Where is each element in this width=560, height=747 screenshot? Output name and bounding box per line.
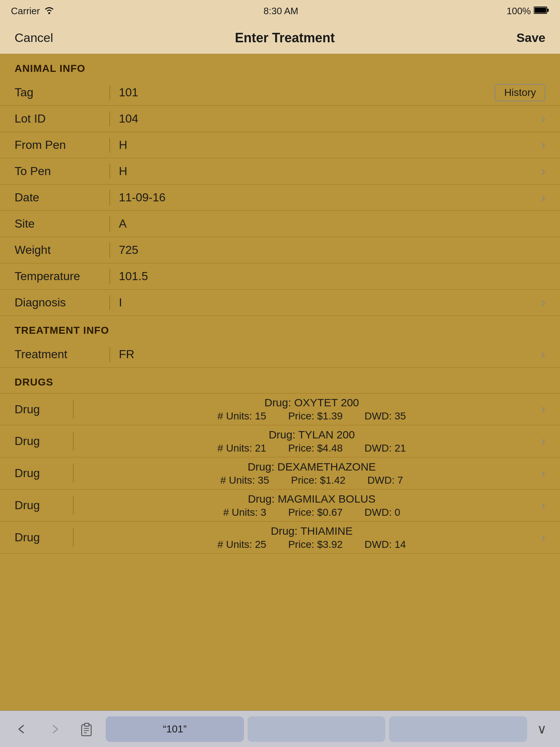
diagnosis-label: Diagnosis <box>15 296 109 309</box>
drug-label-3: Drug <box>15 467 73 480</box>
drug-details-1: Drug: OXYTET 200 # Units: 15 Price: $1.3… <box>82 396 541 422</box>
drug-dwd-2: DWD: 21 <box>365 442 406 454</box>
site-row[interactable]: Site A <box>0 211 560 237</box>
battery-icon <box>534 5 549 17</box>
nav-bar: Cancel Enter Treatment Save <box>0 22 560 54</box>
drug-name-3: Drug: DEXAMETHAZONE <box>248 461 376 473</box>
history-button[interactable]: History <box>495 84 545 101</box>
lot-id-chevron: › <box>541 111 545 127</box>
drug-details-3: Drug: DEXAMETHAZONE # Units: 35 Price: $… <box>82 461 541 486</box>
drug-row-2[interactable]: Drug Drug: TYLAN 200 # Units: 21 Price: … <box>0 425 560 457</box>
from-pen-separator <box>109 138 110 153</box>
diagnosis-row[interactable]: Diagnosis I › <box>0 290 560 316</box>
from-pen-label: From Pen <box>15 138 109 152</box>
main-content: ANIMAL INFO Tag 101 History Lot ID 104 ›… <box>0 54 560 711</box>
tag-value: 101 <box>119 86 495 99</box>
drug-name-5: Drug: THIAMINE <box>271 525 353 537</box>
temperature-label: Temperature <box>15 270 109 283</box>
status-bar: Carrier 8:30 AM 100% <box>0 0 560 22</box>
back-button[interactable] <box>7 716 36 742</box>
drug-row-3[interactable]: Drug Drug: DEXAMETHAZONE # Units: 35 Pri… <box>0 457 560 489</box>
input-text-btn-2[interactable] <box>248 716 386 742</box>
temperature-value: 101.5 <box>119 270 545 283</box>
save-button[interactable]: Save <box>517 31 545 45</box>
temperature-separator <box>109 269 110 284</box>
drug-info-row-4: # Units: 3 Price: $0.67 DWD: 0 <box>223 507 400 518</box>
svg-rect-5 <box>85 723 89 726</box>
date-separator <box>109 190 110 205</box>
tag-row[interactable]: Tag 101 History <box>0 80 560 106</box>
from-pen-value: H <box>119 138 541 152</box>
site-value: A <box>119 217 545 231</box>
drug-chevron-3: › <box>541 466 545 481</box>
drug-info-row-5: # Units: 25 Price: $3.92 DWD: 14 <box>218 539 406 550</box>
drug-label-5: Drug <box>15 531 73 544</box>
date-chevron: › <box>541 190 545 205</box>
drug-sep-2 <box>73 432 74 451</box>
status-battery-area: 100% <box>506 5 549 17</box>
drugs-section-header: DRUGS <box>0 368 560 393</box>
weight-row[interactable]: Weight 725 <box>0 237 560 263</box>
date-row[interactable]: Date 11-09-16 › <box>0 185 560 211</box>
lot-id-row[interactable]: Lot ID 104 › <box>0 106 560 132</box>
treatment-row[interactable]: Treatment FR › <box>0 341 560 368</box>
to-pen-row[interactable]: To Pen H › <box>0 158 560 185</box>
drug-name-2: Drug: TYLAN 200 <box>269 429 355 441</box>
weight-value: 725 <box>119 243 545 257</box>
diagnosis-value: I <box>119 296 541 309</box>
drug-chevron-2: › <box>541 434 545 449</box>
from-pen-chevron: › <box>541 138 545 153</box>
drug-sep-4 <box>73 496 74 515</box>
drug-sep-1 <box>73 400 74 419</box>
drug-units-4: # Units: 3 <box>223 507 266 518</box>
drug-units-1: # Units: 15 <box>218 410 267 422</box>
date-value: 11-09-16 <box>119 191 541 204</box>
drug-row-5[interactable]: Drug Drug: THIAMINE # Units: 25 Price: $… <box>0 522 560 554</box>
input-text-btn-3[interactable] <box>389 716 527 742</box>
to-pen-label: To Pen <box>15 165 109 178</box>
drug-price-5: Price: $3.92 <box>288 539 342 550</box>
cancel-button[interactable]: Cancel <box>15 31 53 45</box>
drug-details-4: Drug: MAGMILAX BOLUS # Units: 3 Price: $… <box>82 493 541 518</box>
bottom-padding <box>0 554 560 597</box>
drug-price-1: Price: $1.39 <box>288 410 342 422</box>
drug-chevron-5: › <box>541 530 545 545</box>
drug-units-5: # Units: 25 <box>218 539 267 550</box>
drug-row-4[interactable]: Drug Drug: MAGMILAX BOLUS # Units: 3 Pri… <box>0 489 560 522</box>
treatment-info-section-header: TREATMENT INFO <box>0 316 560 341</box>
lot-id-value: 104 <box>119 112 541 125</box>
tag-separator <box>109 85 110 100</box>
lot-id-separator <box>109 111 110 127</box>
weight-label: Weight <box>15 243 109 257</box>
drug-label-4: Drug <box>15 499 73 512</box>
carrier-label: Carrier <box>11 5 40 17</box>
drug-units-3: # Units: 35 <box>220 475 269 486</box>
treatment-separator <box>109 347 110 362</box>
drug-info-row-1: # Units: 15 Price: $1.39 DWD: 35 <box>218 410 406 422</box>
site-label: Site <box>15 217 109 231</box>
drug-details-5: Drug: THIAMINE # Units: 25 Price: $3.92 … <box>82 525 541 550</box>
treatment-value: FR <box>119 348 541 361</box>
drug-info-row-2: # Units: 21 Price: $4.48 DWD: 21 <box>218 442 406 454</box>
lot-id-label: Lot ID <box>15 112 109 125</box>
treatment-label: Treatment <box>15 348 109 361</box>
page-title: Enter Treatment <box>235 30 335 46</box>
temperature-row[interactable]: Temperature 101.5 <box>0 263 560 290</box>
drug-price-2: Price: $4.48 <box>288 442 342 454</box>
drug-row-1[interactable]: Drug Drug: OXYTET 200 # Units: 15 Price:… <box>0 393 560 425</box>
input-text-btn-1[interactable]: “101” <box>106 716 244 742</box>
drug-sep-3 <box>73 464 74 483</box>
drug-label-1: Drug <box>15 403 73 416</box>
drug-chevron-1: › <box>541 402 545 417</box>
drug-dwd-5: DWD: 14 <box>365 539 406 550</box>
status-time: 8:30 AM <box>264 5 298 17</box>
svg-point-0 <box>48 12 50 14</box>
from-pen-row[interactable]: From Pen H › <box>0 132 560 158</box>
drug-info-row-3: # Units: 35 Price: $1.42 DWD: 7 <box>220 475 403 486</box>
battery-percentage: 100% <box>506 5 531 17</box>
drug-price-4: Price: $0.67 <box>288 507 342 518</box>
toolbar-chevron-down[interactable]: ∨ <box>531 716 553 742</box>
date-label: Date <box>15 191 109 204</box>
forward-button[interactable] <box>40 716 69 742</box>
paste-button[interactable] <box>73 716 102 742</box>
